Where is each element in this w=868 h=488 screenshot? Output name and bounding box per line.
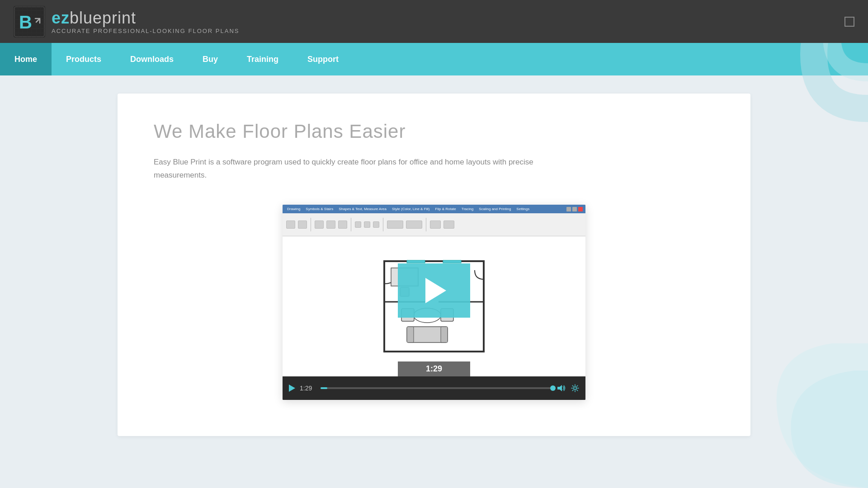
- sw-menu-drawing: Drawing: [285, 207, 302, 211]
- content-card: We Make Floor Plans Easier Easy Blue Pri…: [118, 94, 750, 436]
- nav-item-training[interactable]: Training: [232, 43, 293, 75]
- video-controls: 1:29: [283, 376, 585, 400]
- page-description: Easy Blue Print is a software program us…: [154, 156, 561, 182]
- software-toolbar: Drawing Symbols & Stairs Shapes & Text, …: [283, 205, 585, 236]
- video-volume-button[interactable]: [557, 385, 566, 392]
- sw-btn-1: [286, 221, 295, 229]
- sw-btn-7: [364, 221, 370, 228]
- sw-btn-3: [315, 221, 324, 229]
- duration-badge: 1:29: [398, 361, 470, 376]
- settings-gear-icon: [571, 384, 579, 392]
- sw-btn-2: [298, 221, 307, 229]
- main-nav: Home Products Downloads Buy Training Sup…: [0, 43, 868, 75]
- sw-btn-5: [338, 221, 347, 229]
- volume-icon: [557, 385, 566, 392]
- sw-btn-9: [387, 221, 403, 229]
- software-ribbon: [283, 213, 585, 235]
- video-screen: Drawing Symbols & Stairs Shapes & Text, …: [283, 205, 585, 376]
- video-progress-bar[interactable]: [321, 387, 553, 389]
- sw-menu-style: Style (Color, Line & Fill): [390, 207, 432, 211]
- svg-marker-31: [557, 385, 562, 391]
- header-right: [844, 17, 854, 27]
- logo-area: B ezblueprint Accurate Professional-Look…: [14, 6, 240, 38]
- video-current-time: 1:29: [300, 385, 316, 392]
- sw-btn-10: [406, 221, 422, 229]
- video-play-button[interactable]: [289, 385, 295, 392]
- header-box-icon: [844, 17, 854, 27]
- svg-text:B: B: [19, 12, 32, 32]
- video-progress-dot: [550, 385, 556, 391]
- logo-icon: B: [14, 6, 45, 38]
- video-progress-fill: [321, 387, 327, 389]
- svg-marker-30: [289, 385, 295, 392]
- nav-item-home[interactable]: Home: [0, 43, 52, 75]
- svg-point-32: [574, 387, 576, 389]
- svg-rect-21: [443, 260, 461, 263]
- sw-menu-settings: Settings: [514, 207, 531, 211]
- logo-subtitle: Accurate Professional-Looking Floor Plan…: [52, 28, 240, 34]
- video-settings-button[interactable]: [571, 384, 579, 392]
- sw-menu-flip: Flip & Rotate: [434, 207, 458, 211]
- video-play-icon: [289, 385, 295, 392]
- page-title: We Make Floor Plans Easier: [154, 121, 714, 142]
- sw-btn-12: [443, 221, 454, 229]
- site-header: B ezblueprint Accurate Professional-Look…: [0, 0, 868, 43]
- sw-btn-6: [355, 221, 361, 228]
- svg-rect-20: [407, 260, 425, 263]
- play-icon: [425, 278, 446, 303]
- nav-item-products[interactable]: Products: [52, 43, 116, 75]
- sw-menu-shapes: Shapes & Text, Measure Area: [337, 207, 388, 211]
- svg-rect-24: [441, 327, 448, 343]
- sw-menu-tracing: Tracing: [460, 207, 475, 211]
- play-button[interactable]: [398, 263, 470, 318]
- video-player: Drawing Symbols & Stairs Shapes & Text, …: [283, 205, 585, 400]
- sw-btn-11: [430, 221, 441, 229]
- sw-btn-8: [373, 221, 379, 228]
- nav-item-buy[interactable]: Buy: [188, 43, 232, 75]
- sw-btn-4: [326, 221, 335, 229]
- nav-item-downloads[interactable]: Downloads: [116, 43, 188, 75]
- sw-menu-scaling: Scaling and Printing: [477, 207, 513, 211]
- svg-rect-23: [407, 327, 414, 343]
- logo-title: ezblueprint: [52, 9, 240, 28]
- main-content: We Make Floor Plans Easier Easy Blue Pri…: [108, 75, 760, 454]
- sw-menu-symbols: Symbols & Stairs: [304, 207, 335, 211]
- software-menubar: Drawing Symbols & Stairs Shapes & Text, …: [283, 205, 585, 214]
- software-screenshot: Drawing Symbols & Stairs Shapes & Text, …: [283, 205, 585, 376]
- logo-text: ezblueprint Accurate Professional-Lookin…: [52, 9, 240, 34]
- nav-item-support[interactable]: Support: [293, 43, 353, 75]
